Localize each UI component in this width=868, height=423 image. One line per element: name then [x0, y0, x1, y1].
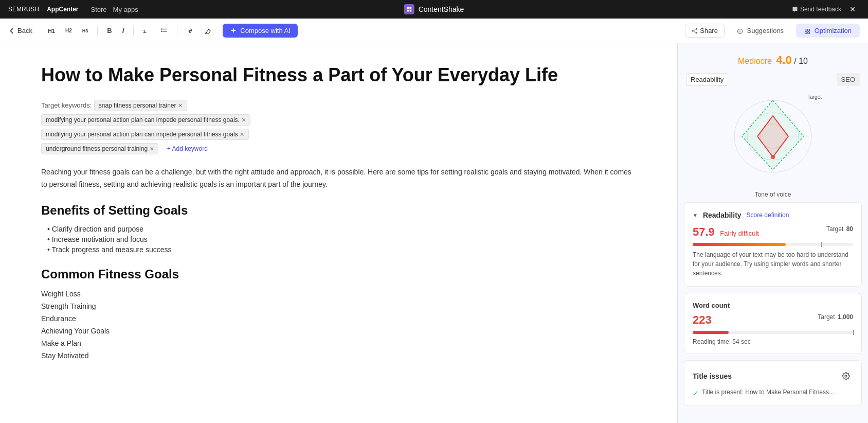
suggestions-tab[interactable]: Suggestions: [729, 24, 792, 38]
remove-keyword-2[interactable]: ×: [240, 130, 244, 138]
benefits-list: Clarify direction and purpose Increase m…: [41, 224, 636, 255]
unordered-list-button[interactable]: [157, 25, 171, 37]
add-keyword-btn[interactable]: + Add keyword: [167, 145, 208, 152]
goals-list: Weight Loss Strength Training Endurance …: [41, 288, 636, 362]
appcenter-text: AppCenter: [47, 6, 78, 13]
title-issues-title: Title issues: [693, 372, 732, 380]
readability-title: Readability: [703, 211, 742, 219]
keyword-tag-1: modifying your personal action plan can …: [41, 114, 250, 126]
readability-score-value: 57.9: [693, 225, 715, 238]
heading-benefits[interactable]: Benefits of Setting Goals: [41, 203, 636, 218]
goal-item-0: Weight Loss: [41, 288, 636, 300]
word-count-target-value: 1,000: [838, 313, 853, 321]
collapse-icon[interactable]: ▼: [693, 213, 698, 218]
target-label-radar: Target: [807, 94, 822, 100]
app-icon: [404, 4, 414, 14]
heading-common-goals[interactable]: Common Fitness Goals: [41, 267, 636, 281]
score-header: Mediocre 4.0 / 10: [678, 43, 868, 73]
nav-brand-separator: |: [42, 6, 44, 13]
title-issue-item-0: ✓ Title is present: How to Make Personal…: [693, 389, 853, 397]
svg-rect-3: [409, 10, 411, 12]
keyword-tag-0: snap fitness personal trainer ×: [94, 100, 187, 111]
score-label: Mediocre: [738, 57, 772, 65]
separator-1: [97, 26, 98, 36]
top-navigation: SEMRUSH | AppCenter Store My apps Conten…: [0, 0, 868, 19]
goal-item-1: Strength Training: [41, 300, 636, 312]
word-count-progress-bar: [693, 331, 853, 334]
score-definition-link[interactable]: Score definition: [747, 212, 789, 219]
list-item: Clarify direction and purpose: [47, 224, 636, 234]
readability-target-marker: [821, 242, 822, 247]
readability-section: ▼ Readability Score definition 57.9 Fair…: [684, 202, 862, 287]
goal-item-2: Endurance: [41, 312, 636, 325]
editor-area[interactable]: How to Make Personal Fitness a Part of Y…: [0, 43, 678, 423]
title-issues-settings-button[interactable]: [839, 369, 853, 383]
svg-text:1.: 1.: [143, 28, 147, 33]
readability-header: ▼ Readability Score definition: [693, 211, 853, 219]
ordered-list-button[interactable]: 1.: [140, 25, 153, 37]
word-count-target: Target 1,000: [818, 313, 853, 321]
h2-button[interactable]: H2: [62, 26, 75, 36]
keywords-section: Target keywords: snap fitness personal t…: [41, 98, 636, 156]
goal-item-5: Stay Motivated: [41, 349, 636, 362]
document-title[interactable]: How to Make Personal Fitness a Part of Y…: [41, 64, 636, 86]
score-value: 4.0: [776, 54, 792, 66]
keywords-label: Target keywords:: [41, 101, 92, 109]
store-link[interactable]: Store: [91, 6, 106, 13]
remove-keyword-3[interactable]: ×: [150, 145, 154, 153]
right-panel: Mediocre 4.0 / 10 Readability SEO Target: [678, 43, 868, 423]
keyword-tag-3: underground fitness personal training ×: [41, 143, 158, 154]
svg-point-5: [161, 28, 163, 30]
readability-score-row: 57.9 Fairly difficult Target 80: [693, 225, 853, 239]
svg-rect-13: [808, 29, 810, 31]
readability-progress-fill: [693, 243, 786, 246]
toolbar-right: Share Suggestions Optimization: [685, 24, 860, 38]
keyword-text-3: underground fitness personal training: [46, 145, 148, 152]
semrush-brand: SEMRUSH | AppCenter: [8, 6, 78, 13]
word-count-label: Word count: [693, 302, 853, 309]
svg-rect-15: [808, 31, 810, 33]
separator-3: [177, 26, 177, 36]
nav-right: Send feedback ×: [792, 2, 860, 16]
app-name: ContentShake: [419, 5, 464, 13]
italic-button[interactable]: I: [119, 25, 128, 37]
svg-rect-1: [409, 7, 411, 9]
remove-keyword-1[interactable]: ×: [242, 116, 246, 124]
word-count-row: 223 Target 1,000: [693, 313, 853, 327]
h3-button[interactable]: H3: [79, 26, 92, 36]
radar-chart-container: Target: [678, 90, 868, 191]
remove-keyword-0[interactable]: ×: [178, 101, 182, 110]
close-button[interactable]: ×: [845, 2, 860, 16]
goal-item-4: Make a Plan: [41, 337, 636, 349]
myapps-link[interactable]: My apps: [113, 6, 138, 13]
editor-body-text[interactable]: Reaching your fitness goals can be a cha…: [41, 166, 636, 191]
readability-progress-bar: [693, 243, 853, 246]
word-count-target-marker: [853, 330, 854, 335]
bold-button[interactable]: B: [104, 25, 115, 37]
keyword-tag-2: modifying your personal action plan can …: [41, 129, 249, 140]
optimization-tab[interactable]: Optimization: [796, 24, 860, 38]
compose-ai-button[interactable]: Compose with AI: [223, 24, 298, 38]
keyword-text-0: snap fitness personal trainer: [99, 102, 176, 109]
share-button[interactable]: Share: [685, 24, 725, 38]
editor-toolbar: Back H1 H2 H3 B I 1. Compose with AI Sha…: [0, 19, 868, 43]
back-button[interactable]: Back: [8, 27, 32, 34]
title-issues-section: Title issues ✓ Title is present: How to …: [684, 360, 862, 406]
readability-body-text: The language of your text may be too har…: [693, 250, 853, 278]
seo-tab[interactable]: SEO: [837, 73, 860, 86]
send-feedback-btn[interactable]: Send feedback: [792, 6, 841, 13]
semrush-text: SEMRUSH: [8, 6, 39, 13]
svg-line-9: [694, 29, 696, 30]
list-item: Increase motivation and focus: [47, 234, 636, 244]
word-count-progress-fill: [693, 331, 729, 334]
svg-rect-12: [805, 29, 807, 31]
check-icon: ✓: [693, 389, 699, 397]
svg-rect-0: [407, 7, 409, 9]
link-button[interactable]: [184, 25, 197, 37]
word-count-value: 223: [693, 313, 712, 326]
goal-item-3: Achieving Your Goals: [41, 325, 636, 337]
h1-button[interactable]: H1: [45, 26, 58, 36]
readability-tab[interactable]: Readability: [686, 73, 728, 86]
keyword-text-1: modifying your personal action plan can …: [46, 116, 240, 124]
clear-format-button[interactable]: [201, 25, 214, 37]
